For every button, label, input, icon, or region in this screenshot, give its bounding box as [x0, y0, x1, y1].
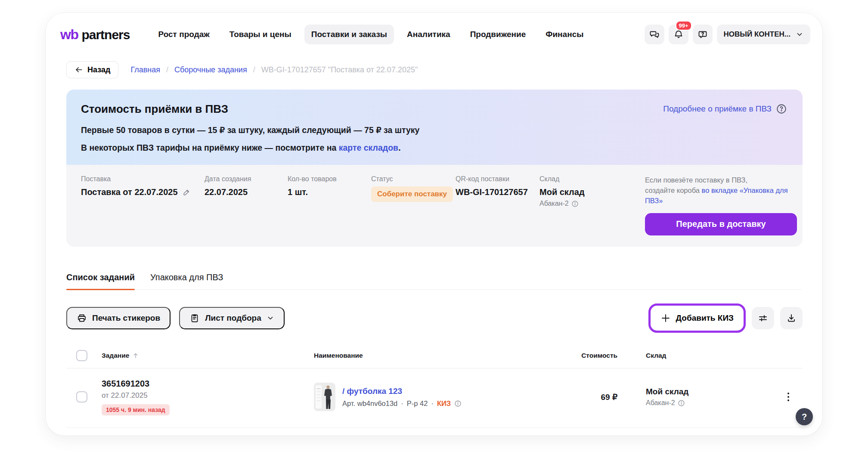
- download-button[interactable]: [780, 307, 803, 329]
- task-id: 3651691203: [102, 379, 314, 389]
- edit-pencil-icon[interactable]: [182, 188, 191, 197]
- supply-details: Поставка Поставка от 22.07.2025 Дата соз…: [66, 165, 803, 247]
- add-kiz-button[interactable]: Добавить КИЗ: [652, 307, 742, 329]
- add-kiz-label: Добавить КИЗ: [676, 313, 734, 323]
- meta-separator: ·: [401, 399, 403, 408]
- task-cell: 3651691203 от 22.07.2025 1055 ч. 9 мин. …: [102, 379, 314, 415]
- add-kiz-highlight-ring: Добавить КИЗ: [648, 303, 746, 333]
- toolbar-right-group: Добавить КИЗ: [648, 303, 803, 333]
- notifications-button[interactable]: 99+: [669, 25, 688, 44]
- row-checkbox[interactable]: [76, 391, 87, 402]
- nav-item-finances[interactable]: Финансы: [539, 25, 590, 44]
- table-header-row: Задание Наименование Стоимость Склад: [66, 343, 803, 368]
- banner-tariffs-line: В некоторых ПВЗ тарифы на приёмку ниже —…: [81, 143, 787, 153]
- clipboard-icon: [189, 313, 200, 323]
- nav-item-analytics[interactable]: Аналитика: [400, 25, 457, 44]
- hint-line-1: Если повезёте поставку в ПВЗ,: [645, 176, 747, 184]
- hint-line-2: создайте короба: [645, 186, 702, 194]
- field-qr-code: QR-код поставки WB-GI-170127657: [456, 175, 539, 235]
- quantity-value: 1 шт.: [288, 187, 308, 197]
- nav-item-supplies-orders[interactable]: Поставки и заказы: [304, 25, 394, 44]
- back-arrow-icon: [74, 65, 83, 74]
- banner-tariffs-text: В некоторых ПВЗ тарифы на приёмку ниже —…: [81, 143, 339, 152]
- header-label: Задание: [102, 352, 129, 359]
- select-all-checkbox[interactable]: [76, 350, 87, 361]
- product-name-link[interactable]: / футболка 123: [342, 387, 462, 396]
- breadcrumb-row: Назад Главная / Сборочные задания / WB-G…: [66, 61, 803, 78]
- field-label: Кол-во товаров: [288, 175, 371, 183]
- breadcrumb-separator: /: [166, 65, 168, 74]
- field-label: Статус: [371, 175, 456, 183]
- print-stickers-label: Печать стикеров: [92, 313, 160, 323]
- header-label: Наименование: [314, 352, 363, 359]
- active-tab-underline: [66, 289, 135, 290]
- nav-item-promotion[interactable]: Продвижение: [463, 25, 533, 44]
- warehouse-map-link[interactable]: карте складов: [339, 143, 398, 152]
- row-warehouse-branch: Абакан-2: [646, 399, 675, 407]
- pick-list-button[interactable]: Лист подбора: [179, 307, 285, 329]
- pvz-more-link[interactable]: Подробнее о приёмке в ПВЗ: [663, 103, 787, 115]
- chevron-down-icon: [796, 31, 803, 38]
- field-label: Дата создания: [205, 175, 288, 183]
- wb-partners-logo[interactable]: wb partners: [60, 27, 130, 43]
- banner-tariffs-period: .: [398, 143, 400, 152]
- deliver-hint-text: Если повезёте поставку в ПВЗ, создайте к…: [645, 175, 797, 206]
- chat-icon: [649, 29, 660, 40]
- product-thumbnail[interactable]: [314, 383, 335, 411]
- info-circle-icon[interactable]: [571, 200, 579, 207]
- field-quantity: Кол-во товаров 1 шт.: [288, 175, 371, 235]
- nav-item-sales-growth[interactable]: Рост продаж: [151, 25, 216, 44]
- tab-label: Список заданий: [66, 272, 135, 282]
- column-header-task[interactable]: Задание: [102, 352, 314, 359]
- chat-button[interactable]: [645, 25, 664, 44]
- print-stickers-button[interactable]: Печать стикеров: [66, 307, 170, 329]
- field-status: Статус Соберите поставку: [371, 175, 456, 235]
- help-button[interactable]: [693, 25, 713, 44]
- warehouse-value: Мой склад: [539, 187, 585, 197]
- column-header-warehouse[interactable]: Склад: [646, 352, 774, 359]
- sliders-icon: [758, 313, 768, 323]
- top-nav-actions: 99+ НОВЫЙ КОНТЕН...: [645, 25, 810, 44]
- deliver-hint-block: Если повезёте поставку в ПВЗ, создайте к…: [645, 175, 797, 235]
- header-label: Стоимость: [581, 352, 617, 359]
- product-size: Р-р 42: [407, 399, 428, 408]
- created-date-value: 22.07.2025: [205, 187, 248, 197]
- column-header-price[interactable]: Стоимость: [537, 352, 617, 359]
- nav-item-goods-prices[interactable]: Товары и цены: [223, 25, 298, 44]
- transfer-to-delivery-button[interactable]: Передать в доставку: [645, 213, 797, 235]
- account-selector[interactable]: НОВЫЙ КОНТЕН...: [717, 25, 810, 44]
- overdue-badge: 1055 ч. 9 мин. назад: [102, 404, 170, 415]
- tab-task-list[interactable]: Список заданий: [66, 272, 135, 289]
- breadcrumb-home[interactable]: Главная: [130, 65, 160, 74]
- breadcrumb: Главная / Сборочные задания / WB-GI-1701…: [130, 65, 418, 74]
- nav-menu: Рост продаж Товары и цены Поставки и зак…: [151, 25, 590, 44]
- product-info: / футболка 123 Арт. wb4nv6o13d · Р-р 42 …: [342, 387, 462, 408]
- tab-pvz-packing[interactable]: Упаковка для ПВЗ: [150, 272, 223, 289]
- breadcrumb-assembly-tasks[interactable]: Сборочные задания: [174, 65, 247, 74]
- field-label: QR-код поставки: [456, 175, 539, 183]
- breadcrumb-current: WB-GI-170127657 "Поставка от 22.07.2025": [261, 65, 418, 74]
- main-panel: wb partners Рост продаж Товары и цены По…: [46, 13, 822, 436]
- task-date: от 22.07.2025: [102, 391, 314, 400]
- field-created-date: Дата создания 22.07.2025: [205, 175, 288, 235]
- banner-pricing-line: Первые 50 товаров в сутки — 15 ₽ за штук…: [81, 125, 787, 135]
- content-tabs: Список заданий Упаковка для ПВЗ: [66, 272, 802, 290]
- info-circle-icon[interactable]: [678, 399, 685, 407]
- product-cell: / футболка 123 Арт. wb4nv6o13d · Р-р 42 …: [314, 383, 537, 411]
- info-circle-icon[interactable]: [454, 400, 462, 407]
- support-fab[interactable]: ?: [796, 408, 813, 425]
- column-header-name[interactable]: Наименование: [314, 352, 537, 359]
- product-meta: Арт. wb4nv6o13d · Р-р 42 · КИЗ: [342, 399, 462, 408]
- back-button[interactable]: Назад: [66, 61, 118, 78]
- table-toolbar: Печать стикеров Лист подбора Добавить КИ…: [66, 303, 803, 333]
- top-nav: wb partners Рост продаж Товары и цены По…: [60, 24, 810, 45]
- field-warehouse: Склад Мой склад Абакан-2: [539, 175, 645, 235]
- account-name: НОВЫЙ КОНТЕН...: [724, 30, 790, 39]
- row-warehouse-name: Мой склад: [646, 387, 774, 396]
- pvz-pricing-banner: Стоимость приёмки в ПВЗ Первые 50 товаро…: [66, 90, 803, 165]
- warehouse-branch: Абакан-2: [539, 200, 569, 207]
- filters-button[interactable]: [752, 307, 774, 329]
- row-menu-button[interactable]: [785, 390, 792, 404]
- plus-icon: [660, 313, 671, 323]
- notification-count-badge: 99+: [676, 21, 692, 31]
